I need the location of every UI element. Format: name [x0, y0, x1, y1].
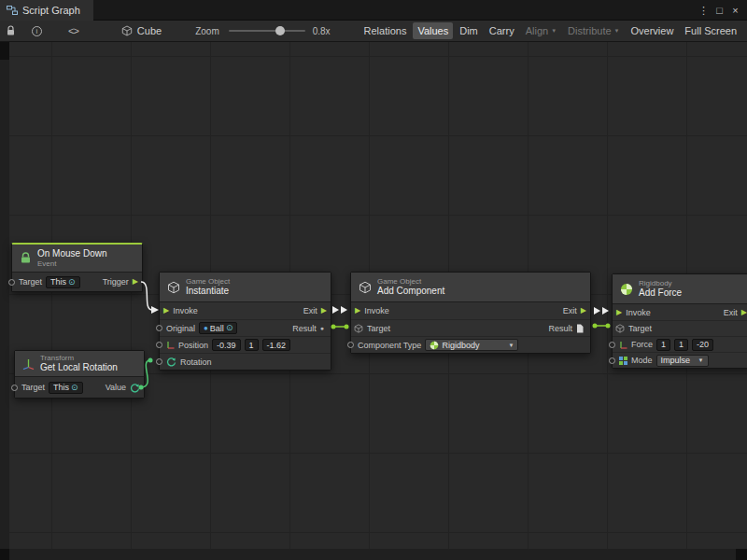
relations-button[interactable]: Relations [359, 22, 412, 39]
object-picker-icon[interactable]: ⊙ [226, 324, 233, 332]
wire-arrowhead [602, 307, 609, 315]
node-header[interactable]: On Mouse Down Event [12, 245, 142, 273]
port-row: Target [613, 320, 747, 336]
original-value-chip[interactable]: ● Ball ⊙ [199, 322, 237, 334]
node-add-force[interactable]: Rigidbody Add Force ▶ Invoke Exit ▶ Targ… [612, 273, 747, 369]
target-value-chip[interactable]: This ⊙ [49, 382, 83, 394]
component-result-icon[interactable] [576, 324, 584, 333]
port-row: Position -0.39 1 -1.62 [160, 336, 331, 353]
port-row: ▶ Invoke Exit ▶ [613, 304, 747, 320]
edit-code-icon[interactable]: <> [68, 25, 78, 36]
node-on-mouse-down[interactable]: On Mouse Down Event Target This ⊙ Trigge… [11, 243, 143, 292]
rotation-input-port[interactable] [156, 358, 162, 365]
self-target-icon: ⊙ [71, 384, 78, 392]
exit-label: Exit [563, 306, 577, 315]
target-input-port[interactable] [8, 279, 15, 286]
force-x-field[interactable]: 1 [656, 339, 670, 351]
invoke-label: Invoke [626, 308, 651, 317]
target-input-port[interactable] [11, 385, 18, 391]
exit-port-icon[interactable]: ▶ [741, 309, 747, 316]
port-row: Force 1 1 -20 [613, 336, 747, 352]
game-object-port-icon[interactable] [615, 324, 625, 333]
enum-icon [619, 357, 627, 365]
canvas-edge-left [0, 42, 9, 560]
component-type-label: Component Type [358, 341, 421, 350]
original-input-port[interactable] [156, 325, 162, 331]
target-value: This [50, 277, 66, 287]
node-header[interactable]: Transform Get Local Rotation [15, 351, 144, 377]
force-y-field[interactable]: 1 [674, 339, 688, 351]
mode-dropdown[interactable]: Impulse ▼ [656, 355, 709, 367]
wire-arrowhead [332, 306, 339, 314]
port-row: Component Type Rigidbody ▼ [351, 336, 590, 353]
game-object-icon [167, 281, 180, 294]
exit-port-icon[interactable]: ▶ [321, 307, 327, 315]
values-button[interactable]: Values [413, 22, 453, 39]
canvas-edge-bottom [0, 549, 747, 560]
node-add-component[interactable]: Game Object Add Component ▶ Invoke Exit … [350, 272, 591, 354]
node-get-local-rotation[interactable]: Transform Get Local Rotation Target This… [14, 350, 145, 399]
port-row: Mode Impulse ▼ [613, 352, 747, 368]
node-header[interactable]: Game Object Instantiate [160, 273, 331, 302]
node-subtitle: Event [37, 259, 106, 269]
result-port-icon[interactable]: ● [320, 325, 324, 331]
target-label: Target [21, 383, 45, 392]
node-header[interactable]: Rigidbody Add Force [613, 274, 747, 304]
carry-button[interactable]: Carry [485, 22, 519, 39]
component-type-dropdown[interactable]: Rigidbody ▼ [425, 339, 518, 351]
trigger-label: Trigger [103, 277, 129, 287]
position-y-field[interactable]: 1 [245, 339, 259, 351]
trigger-port-icon[interactable]: ▶ [133, 278, 138, 286]
position-x-field[interactable]: -0.39 [212, 339, 241, 351]
mode-input-port[interactable] [609, 357, 615, 364]
lock-icon[interactable] [6, 25, 16, 36]
invoke-port-icon[interactable]: ▶ [616, 309, 622, 316]
zoom-slider-track[interactable] [229, 30, 305, 32]
rotation-value-port-icon[interactable] [130, 383, 140, 393]
invoke-port-icon[interactable]: ▶ [163, 307, 169, 315]
graph-target[interactable]: Cube [121, 25, 162, 36]
invoke-label: Invoke [364, 306, 389, 315]
wire-endpoint [606, 324, 611, 329]
game-object-port-icon[interactable] [354, 324, 363, 333]
distribute-button[interactable]: Distribute ▼ [563, 22, 624, 39]
zoom-slider-handle[interactable] [275, 26, 285, 35]
force-input-port[interactable] [609, 342, 615, 348]
window-controls: ⋮ □ × [696, 0, 747, 21]
dim-button[interactable]: Dim [455, 22, 483, 39]
result-label: Result [292, 324, 317, 333]
port-row: ▶ Invoke Exit ▶ [351, 302, 590, 319]
node-category: Game Object [377, 277, 444, 287]
invoke-port-icon[interactable]: ▶ [355, 307, 360, 315]
target-label: Target [628, 324, 652, 333]
graph-toolbar: i <> Cube Zoom 0.8x Relations Values Dim… [0, 21, 747, 42]
chevron-down-icon: ▼ [508, 343, 514, 348]
overview-button[interactable]: Overview [627, 22, 679, 39]
chevron-down-icon: ▼ [551, 28, 557, 34]
original-value: Ball [210, 324, 224, 333]
fullscreen-button[interactable]: Full Screen [680, 22, 741, 39]
node-title: Instantiate [186, 286, 230, 297]
port-row: Target This ⊙ Trigger ▶ [12, 273, 142, 291]
rotation-icon [166, 357, 176, 367]
result-label: Result [548, 324, 572, 333]
zoom-slider[interactable] [229, 25, 305, 36]
graph-canvas[interactable]: On Mouse Down Event Target This ⊙ Trigge… [0, 42, 747, 560]
tab-script-graph[interactable]: Script Graph [0, 0, 93, 21]
maximize-icon[interactable]: □ [712, 0, 727, 21]
info-icon[interactable]: i [32, 26, 42, 36]
force-z-field[interactable]: -20 [692, 339, 713, 351]
node-category: Rigidbody [639, 279, 682, 288]
menu-kebab-icon[interactable]: ⋮ [696, 0, 712, 21]
node-instantiate[interactable]: Game Object Instantiate ▶ Invoke Exit ▶ … [159, 272, 331, 371]
transform-icon [22, 357, 35, 370]
align-button[interactable]: Align ▼ [521, 22, 561, 39]
target-value-chip[interactable]: This ⊙ [46, 276, 80, 288]
close-icon[interactable]: × [727, 0, 743, 21]
position-input-port[interactable] [156, 342, 162, 348]
exit-port-icon[interactable]: ▶ [581, 307, 586, 315]
component-type-input-port[interactable] [347, 342, 354, 348]
node-header[interactable]: Game Object Add Component [351, 273, 590, 302]
self-target-icon: ⊙ [68, 278, 76, 287]
position-z-field[interactable]: -1.62 [262, 339, 291, 351]
